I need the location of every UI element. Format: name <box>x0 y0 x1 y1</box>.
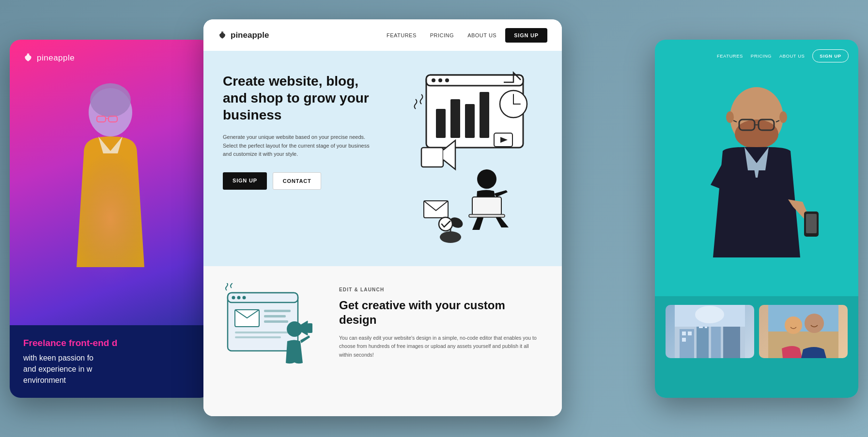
right-thumbnails <box>666 305 848 358</box>
svg-point-61 <box>695 306 724 323</box>
feature-illustration <box>223 283 320 390</box>
svg-point-30 <box>243 296 246 300</box>
feature-label: EDIT & LAUNCH <box>339 287 542 292</box>
svg-point-18 <box>477 169 496 189</box>
svg-rect-38 <box>308 323 312 333</box>
svg-point-1 <box>90 83 131 117</box>
svg-point-29 <box>237 296 241 300</box>
hero-title: Create website, blog, and shop to grow y… <box>223 73 376 123</box>
feature-title: Get creative with your custom design <box>339 298 542 327</box>
nav-link-about[interactable]: ABOUT US <box>467 32 496 38</box>
svg-rect-51 <box>680 329 694 358</box>
nav-link-features[interactable]: FEATURES <box>387 32 417 38</box>
center-nav: pineapple FEATURES PRICING ABOUT US SIGN… <box>203 19 562 51</box>
svg-point-40 <box>735 120 778 149</box>
svg-point-10 <box>445 78 449 82</box>
svg-rect-32 <box>264 310 291 312</box>
svg-rect-56 <box>688 332 692 335</box>
svg-rect-35 <box>235 332 291 333</box>
svg-rect-47 <box>806 214 817 233</box>
card-right-top: FEATURES PRICING ABOUT US SIGN UP <box>655 40 858 296</box>
svg-rect-12 <box>450 99 460 138</box>
svg-point-65 <box>805 314 824 333</box>
svg-rect-34 <box>264 320 288 323</box>
hero-illustration <box>397 60 552 254</box>
card-center: pineapple FEATURES PRICING ABOUT US SIGN… <box>203 19 562 416</box>
right-nav-about[interactable]: ABOUT US <box>779 53 805 59</box>
thumbnail-2 <box>759 305 848 358</box>
hero-subtitle: Generate your unique website based on yo… <box>223 133 376 159</box>
left-person-illustration <box>43 74 178 325</box>
card-left-bottom: Freelance front-end d with keen passion … <box>10 325 211 398</box>
center-hero: Create website, blog, and shop to grow y… <box>203 51 562 266</box>
left-headline: Freelance front-end d <box>23 337 197 349</box>
left-subtext: with keen passion fo and experience in w… <box>23 352 197 386</box>
hero-signup-button[interactable]: SIGN UP <box>223 172 267 190</box>
svg-rect-36 <box>235 336 281 338</box>
svg-point-5 <box>72 151 149 286</box>
left-logo-text: pineapple <box>37 53 75 63</box>
svg-rect-14 <box>480 92 489 138</box>
hero-buttons: SIGN UP CONTACT <box>223 172 376 190</box>
svg-rect-57 <box>682 338 686 342</box>
svg-point-25 <box>439 217 452 231</box>
svg-point-48 <box>779 111 787 123</box>
hero-contact-button[interactable]: CONTACT <box>273 172 322 190</box>
right-nav-features[interactable]: FEATURES <box>717 53 743 59</box>
right-signup-button[interactable]: SIGN UP <box>812 49 849 62</box>
pineapple-icon <box>23 53 33 63</box>
nav-link-pricing[interactable]: PRICING <box>430 32 454 38</box>
svg-point-28 <box>232 296 235 300</box>
svg-point-64 <box>785 316 802 334</box>
svg-point-8 <box>432 78 435 82</box>
svg-rect-20 <box>469 214 505 217</box>
feature-text: EDIT & LAUNCH Get creative with your cus… <box>339 283 542 359</box>
svg-rect-13 <box>465 104 475 138</box>
left-card-logo: pineapple <box>23 53 75 63</box>
card-right-bottom <box>655 296 858 398</box>
center-logo: pineapple <box>218 30 387 40</box>
svg-point-9 <box>438 78 442 82</box>
right-person-illustration <box>684 74 829 296</box>
right-nav-pricing[interactable]: PRICING <box>751 53 772 59</box>
svg-rect-63 <box>768 305 838 332</box>
svg-rect-19 <box>472 197 501 215</box>
svg-rect-33 <box>264 315 286 317</box>
svg-rect-55 <box>682 332 686 335</box>
svg-point-49 <box>726 111 734 123</box>
card-left: pineapple <box>10 40 211 398</box>
center-features: EDIT & LAUNCH Get creative with your cus… <box>203 266 562 416</box>
center-nav-links: FEATURES PRICING ABOUT US <box>387 32 496 38</box>
right-nav: FEATURES PRICING ABOUT US SIGN UP <box>655 40 858 72</box>
feature-desc: You can easily edit your website's desig… <box>339 334 542 359</box>
scene: pineapple <box>0 0 868 437</box>
thumbnail-1 <box>666 305 754 358</box>
nav-signup-button[interactable]: SIGN UP <box>505 28 547 43</box>
svg-rect-15 <box>421 148 443 167</box>
svg-rect-53 <box>711 327 721 358</box>
card-left-hero: pineapple <box>10 40 211 325</box>
svg-rect-11 <box>436 109 446 138</box>
card-right: FEATURES PRICING ABOUT US SIGN UP <box>655 40 858 398</box>
hero-content: Create website, blog, and shop to grow y… <box>223 73 376 190</box>
center-pineapple-icon <box>218 31 227 40</box>
